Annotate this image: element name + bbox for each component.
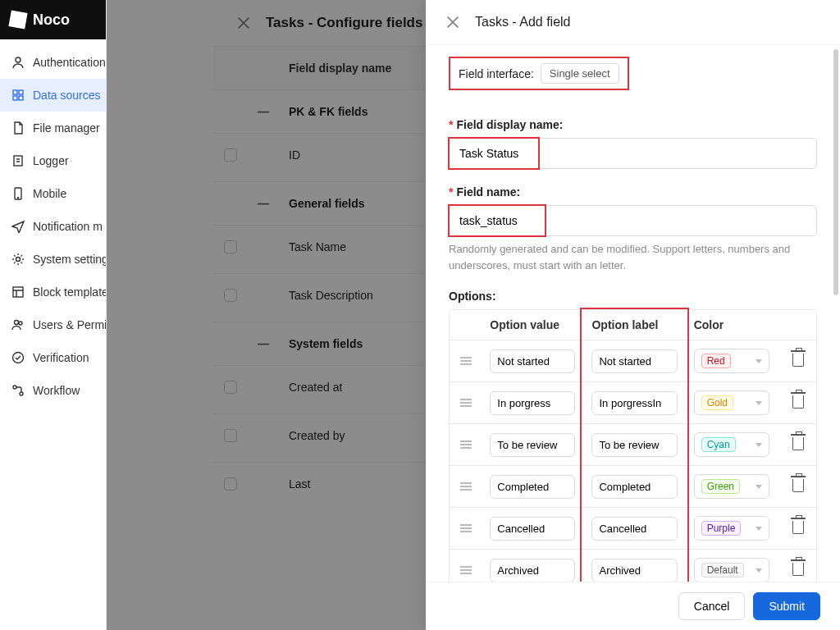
option-color-select[interactable]: Green [694,474,769,499]
drag-handle-icon[interactable] [460,524,472,532]
gear-icon [11,253,25,266]
trash-icon[interactable] [792,395,804,409]
drag-handle-icon[interactable] [460,399,472,407]
sidebar-item-users-permi[interactable]: Users & Permi [0,308,106,341]
trash-icon[interactable] [792,437,804,450]
option-color-select[interactable]: Red [694,349,769,373]
sidebar-item-label: System setting [33,253,106,266]
svg-point-8 [16,258,21,262]
chevron-down-icon [756,401,762,405]
sidebar-item-file-manager[interactable]: File manager [0,112,106,144]
sidebar-item-mobile[interactable]: Mobile [0,177,106,210]
option-label-input[interactable] [591,349,677,373]
field-interface-row: Field interface: Single select [449,57,629,90]
option-row: Cyan [450,424,816,466]
chevron-down-icon [756,443,762,447]
option-value-input[interactable] [490,349,575,373]
drag-handle-icon[interactable] [460,357,472,365]
sidebar-item-block-template[interactable]: Block template [0,276,106,308]
option-row: Green [450,466,816,508]
option-color-select[interactable]: Purple [694,516,769,541]
option-label-input[interactable] [591,475,677,499]
svg-rect-9 [13,287,23,297]
display-name-input[interactable] [449,138,817,169]
option-row: Gold [450,382,816,424]
drag-handle-icon[interactable] [460,482,472,491]
option-label-input[interactable] [591,517,677,541]
sidebar-item-label: Data sources [33,89,100,102]
close-icon[interactable] [445,15,460,30]
chevron-down-icon [756,568,762,573]
option-label-input[interactable] [591,433,677,457]
trash-icon[interactable] [792,563,804,576]
col-option-value: Option value [482,310,583,340]
sidebar-item-authentication[interactable]: Authentication [0,46,106,79]
sidebar-item-label: Verification [33,351,89,364]
trash-icon[interactable] [792,479,804,492]
log-icon [11,154,25,167]
sidebar-item-workflow[interactable]: Workflow [0,374,106,407]
sidebar-item-label: Logger [33,154,69,167]
chevron-down-icon [756,359,762,363]
trash-icon[interactable] [792,521,804,534]
sidebar-item-label: Users & Permi [33,318,106,331]
user-icon [11,56,25,69]
file-icon [11,121,25,135]
logo-text: Noco [33,11,70,29]
logo-icon [8,10,27,29]
option-row: Default [450,550,816,582]
sidebar-item-logger[interactable]: Logger [0,144,106,177]
flow-icon [11,384,25,397]
options-table: Option value Option label Color RedGoldC… [449,309,817,582]
sidebar-item-label: Authentication [33,56,106,69]
sidebar: Noco AuthenticationData sourcesFile mana… [0,0,107,630]
drag-handle-icon[interactable] [460,566,472,574]
sidebar-item-notification-m[interactable]: Notification m [0,210,106,243]
field-name-input[interactable] [449,205,817,236]
drag-handle-icon[interactable] [460,441,472,449]
field-interface-select[interactable]: Single select [541,63,619,84]
bell-icon [11,220,25,233]
option-value-input[interactable] [490,391,575,415]
submit-button[interactable]: Submit [753,592,820,620]
sidebar-item-verification[interactable]: Verification [0,341,106,374]
option-value-input[interactable] [490,433,575,457]
svg-point-13 [13,386,16,389]
svg-rect-1 [13,90,17,94]
display-name-label: *Field display name: [449,118,817,131]
sidebar-item-label: Mobile [33,187,66,200]
sidebar-item-label: Workflow [33,384,80,397]
svg-rect-3 [13,96,17,100]
option-color-select[interactable]: Gold [694,390,769,415]
mobile-icon [11,187,25,200]
svg-rect-2 [19,90,23,94]
svg-point-11 [19,322,22,325]
field-name-help: Randomly generated and can be modified. … [449,241,817,273]
field-interface-label: Field interface: [459,67,534,80]
option-value-input[interactable] [490,517,575,541]
chevron-down-icon [756,527,762,531]
option-color-select[interactable]: Default [694,558,769,582]
svg-rect-4 [19,96,23,100]
option-value-input[interactable] [490,475,575,499]
option-color-select[interactable]: Cyan [694,432,769,457]
svg-point-0 [16,57,21,62]
sidebar-item-label: Block template [33,285,106,299]
col-color: Color [686,310,781,340]
options-label: Options: [449,290,817,303]
db-icon [11,89,25,102]
svg-point-12 [13,353,24,363]
sidebar-item-data-sources[interactable]: Data sources [0,79,106,112]
option-label-input[interactable] [591,559,677,582]
sidebar-item-label: File manager [33,121,100,135]
sidebar-item-system-setting[interactable]: System setting [0,243,106,276]
field-name-label: *Field name: [449,185,817,199]
cancel-button[interactable]: Cancel [678,592,746,620]
col-option-label: Option label [583,310,685,340]
trash-icon[interactable] [792,354,804,367]
check-icon [11,351,25,364]
sidebar-item-label: Notification m [33,220,103,233]
option-label-input[interactable] [591,391,677,415]
option-value-input[interactable] [490,559,575,582]
svg-rect-5 [14,156,22,166]
